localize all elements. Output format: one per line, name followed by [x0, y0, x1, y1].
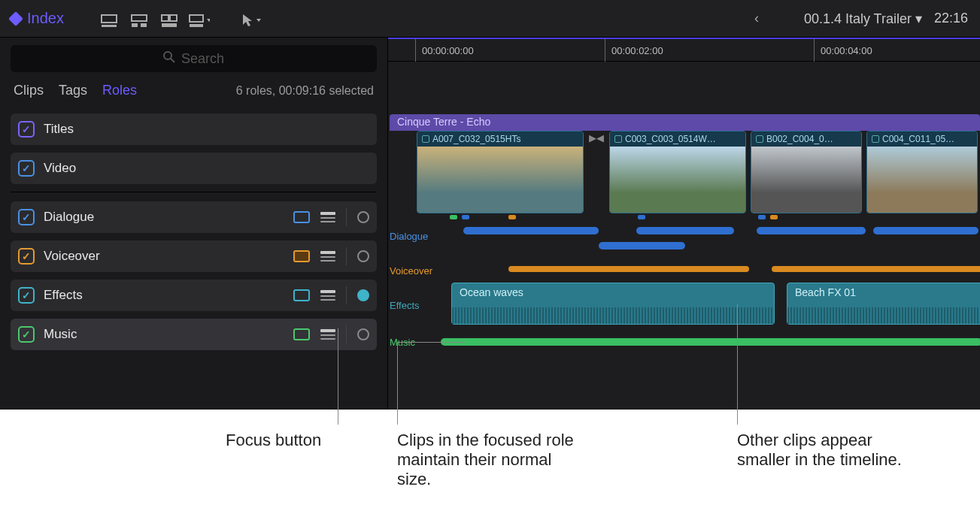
svg-rect-1 — [102, 25, 117, 27]
index-sidebar: Search Clips Tags Roles 6 roles, 00:09:1… — [0, 38, 388, 410]
clip-thumbnail — [867, 147, 977, 213]
role-label: Dialogue — [44, 210, 293, 225]
waveform-icon — [452, 307, 774, 324]
clip-appearance-menu[interactable] — [189, 10, 210, 28]
checkbox-icon[interactable] — [18, 326, 35, 343]
dialogue-clip[interactable] — [599, 242, 685, 249]
music-clip[interactable] — [441, 338, 980, 346]
video-clip[interactable]: C004_C011_05… — [866, 131, 978, 213]
svg-point-10 — [164, 52, 171, 59]
clip-name: Ocean waves — [460, 286, 523, 298]
voiceover-clip[interactable] — [772, 266, 980, 272]
role-row-effects[interactable]: Effects — [11, 280, 377, 311]
role-row-titles[interactable]: Titles — [11, 113, 377, 145]
checkbox-icon[interactable] — [18, 209, 35, 225]
ruler-tick: 00:00:04:00 — [814, 39, 872, 62]
lane-label: Effects — [390, 300, 442, 311]
timeline-ruler[interactable]: 00:00:00:00 00:00:02:00 00:00:04:00 — [388, 39, 980, 62]
transition-icon[interactable]: ▶◀ — [588, 131, 605, 213]
clip-size-icon[interactable] — [293, 289, 310, 301]
clip-appearance-2[interactable] — [129, 10, 150, 28]
clip-appearance-3[interactable] — [159, 10, 180, 28]
checkbox-icon[interactable] — [18, 287, 35, 304]
svg-rect-9 — [190, 24, 203, 27]
clip-size-icon[interactable] — [293, 328, 310, 340]
clip-thumbnail — [751, 147, 861, 213]
tab-tags[interactable]: Tags — [59, 83, 87, 98]
project-timecode: 22:16 — [934, 11, 968, 26]
svg-rect-8 — [190, 15, 203, 22]
clip-name: Beach FX 01 — [795, 286, 856, 298]
focus-button[interactable] — [357, 211, 369, 223]
svg-rect-6 — [170, 15, 177, 21]
voiceover-clip[interactable] — [508, 266, 749, 272]
select-tool-menu[interactable] — [240, 10, 261, 28]
project-title-menu[interactable]: 00.1.4 Italy Trailer ▾ — [804, 11, 922, 27]
lane-label: Dialogue — [390, 231, 450, 242]
lane-order-icon[interactable] — [320, 212, 335, 222]
clip-size-icon[interactable] — [293, 250, 310, 262]
video-clip[interactable]: B002_C004_0… — [751, 131, 862, 213]
tab-clips[interactable]: Clips — [14, 83, 44, 98]
role-label: Video — [44, 161, 369, 176]
role-row-dialogue[interactable]: Dialogue — [11, 201, 377, 233]
checkbox-icon[interactable] — [18, 248, 35, 265]
role-label: Effects — [44, 288, 293, 303]
lane-order-icon[interactable] — [320, 329, 335, 340]
checkbox-icon[interactable] — [18, 160, 35, 177]
project-back-button[interactable]: ‹ — [754, 11, 759, 26]
clip-appearance-group — [99, 10, 210, 28]
clip-name: A007_C032_0515HTs — [417, 132, 583, 147]
annotation-layer: Focus button Clips in the focused role m… — [0, 410, 980, 508]
callout-other-clips: Other clips appear smaller in the timeli… — [737, 431, 910, 470]
index-tabs: Clips Tags Roles 6 roles, 00:09:16 selec… — [0, 77, 387, 109]
role-row-music[interactable]: Music — [11, 319, 377, 350]
video-clip[interactable]: A007_C032_0515HTs — [417, 131, 584, 213]
leader-line — [397, 342, 465, 343]
lane-order-icon[interactable] — [320, 251, 335, 262]
title-clip[interactable]: Cinque Terre - Echo — [390, 114, 980, 131]
lane-order-icon[interactable] — [320, 290, 335, 301]
svg-rect-4 — [141, 23, 147, 27]
dialogue-clip[interactable] — [636, 227, 734, 234]
svg-rect-5 — [162, 15, 168, 21]
search-input[interactable]: Search — [11, 45, 377, 72]
waveform-icon — [787, 307, 980, 324]
roles-list: Titles Video Dialogue — [0, 109, 387, 362]
app-window: Index ‹ 00.1.4 Italy Trailer ▾ 22:16 Sea… — [0, 0, 980, 508]
dialogue-clip[interactable] — [757, 227, 866, 234]
svg-line-11 — [171, 59, 174, 62]
effects-clip[interactable]: Beach FX 01 — [787, 283, 980, 325]
index-icon — [8, 11, 23, 26]
effects-clip[interactable]: Ocean waves — [451, 283, 775, 325]
leader-line — [397, 342, 398, 425]
index-label: Index — [27, 10, 64, 27]
leader-line — [338, 328, 338, 425]
leader-line — [737, 304, 738, 425]
search-icon — [163, 51, 175, 67]
dialogue-clip[interactable] — [873, 227, 978, 234]
select-tool-group — [240, 10, 261, 28]
checkbox-icon[interactable] — [18, 121, 35, 138]
callout-focus: Focus button — [226, 431, 321, 450]
dialogue-clip[interactable] — [463, 227, 599, 234]
clip-appearance-1[interactable] — [99, 10, 120, 28]
index-toggle[interactable]: Index — [6, 5, 77, 32]
video-track: A007_C032_0515HTs ▶◀ C003_C003_0514W… B0… — [390, 131, 980, 213]
tab-roles[interactable]: Roles — [102, 83, 137, 98]
clip-name: B002_C004_0… — [751, 132, 861, 147]
focus-button[interactable] — [357, 328, 369, 340]
ruler-tick: 00:00:00:00 — [415, 39, 474, 62]
focus-button[interactable] — [357, 289, 369, 301]
role-label: Titles — [44, 122, 369, 137]
clip-size-icon[interactable] — [293, 211, 310, 223]
callout-focused-role: Clips in the focused role maintain their… — [397, 431, 585, 489]
timeline[interactable]: 00:00:00:00 00:00:02:00 00:00:04:00 Cinq… — [388, 38, 980, 410]
role-label: Voiceover — [44, 249, 293, 264]
video-clip[interactable]: C003_C003_0514W… — [609, 131, 746, 213]
focus-button[interactable] — [357, 250, 369, 262]
role-row-voiceover[interactable]: Voiceover — [11, 240, 377, 272]
role-label: Music — [44, 327, 293, 342]
clip-thumbnail — [610, 147, 745, 213]
role-row-video[interactable]: Video — [11, 153, 377, 184]
